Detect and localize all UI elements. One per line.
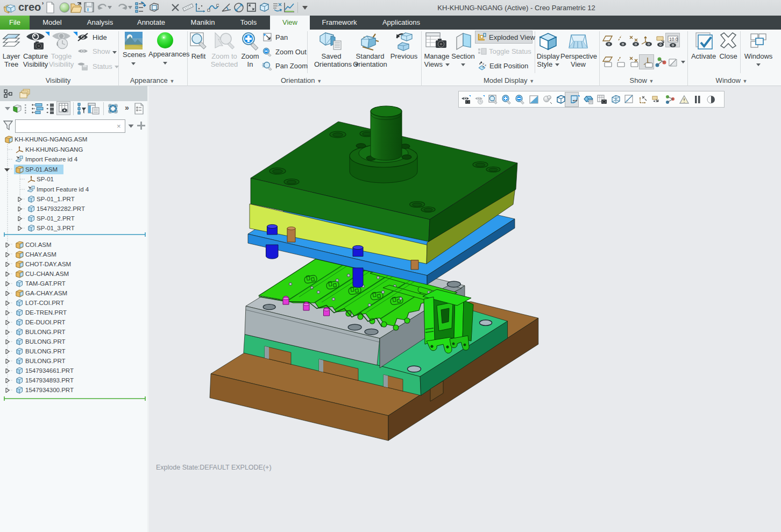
svg-text:x: x — [485, 63, 486, 67]
svg-text:10.0: 10.0 — [669, 37, 678, 42]
svg-text:z: z — [482, 65, 484, 68]
